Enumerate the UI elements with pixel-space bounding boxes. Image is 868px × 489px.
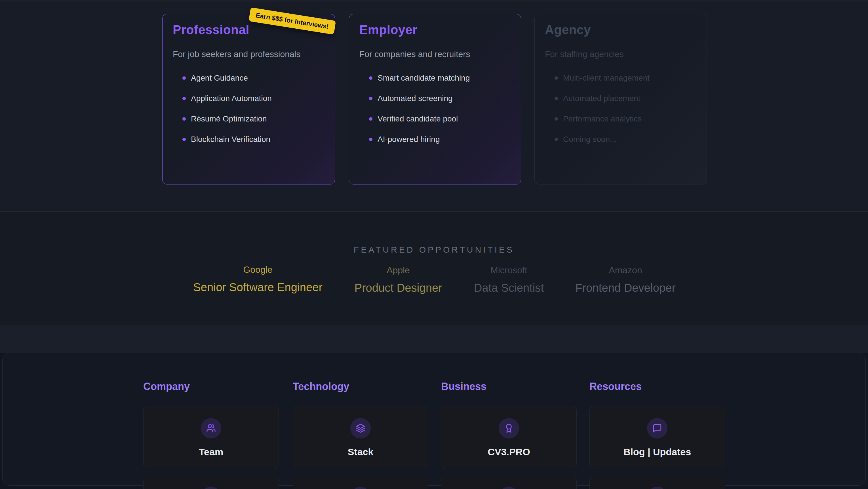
- footer-card-cv3pro[interactable]: CV3.PRO: [441, 406, 577, 468]
- plan-title: Employer: [360, 23, 510, 37]
- bullet-icon: [369, 76, 372, 80]
- feature-label: Agent Guidance: [191, 74, 248, 82]
- footer-column-title-business: Business: [441, 381, 487, 393]
- feature-item: Application Automation: [173, 94, 324, 103]
- message-square-icon: [647, 418, 668, 438]
- job-role: Product Designer: [354, 281, 442, 294]
- feature-item: Automated placement: [545, 94, 696, 103]
- job-company: Microsoft: [474, 265, 544, 276]
- feature-item: Résumé Optimization: [173, 114, 324, 124]
- job-company: Amazon: [575, 265, 676, 276]
- featured-job-google[interactable]: Google Senior Software Engineer: [193, 264, 322, 294]
- layers-icon: [350, 418, 371, 438]
- feature-label: Multi-client management: [563, 74, 650, 82]
- feature-label: Smart candidate matching: [377, 74, 470, 82]
- job-role: Senior Software Engineer: [193, 281, 322, 294]
- circle-icon-placeholder: [647, 487, 668, 489]
- circle-icon-placeholder: [499, 487, 519, 489]
- plan-subtitle: For companies and recruiters: [360, 49, 510, 59]
- feature-item: Coming soon...: [545, 135, 696, 144]
- feature-item: Multi-client management: [545, 73, 696, 83]
- award-icon: [499, 418, 519, 438]
- bullet-icon: [555, 76, 558, 80]
- feature-label: Application Automation: [191, 94, 272, 103]
- footer-card-label: Stack: [293, 447, 428, 458]
- plan-subtitle: For job seekers and professionals: [173, 49, 324, 59]
- bullet-icon: [369, 97, 372, 100]
- featured-content: FEATURED OPPORTUNITIES Google Senior Sof…: [0, 211, 868, 325]
- featured-opportunities-title: FEATURED OPPORTUNITIES: [0, 245, 868, 255]
- job-role: Frontend Developer: [575, 281, 676, 294]
- bullet-icon: [369, 138, 372, 141]
- bullet-icon: [555, 97, 558, 100]
- feature-label: Verified candidate pool: [377, 114, 458, 123]
- page: Professional For job seekers and profess…: [0, 0, 868, 489]
- footer-card-stack[interactable]: Stack: [293, 406, 428, 468]
- footer-panel: [2, 353, 866, 486]
- plan-card-agency: Agency For staffing agencies Multi-clien…: [534, 14, 707, 184]
- footer-card-partial[interactable]: [441, 477, 577, 489]
- plan-card-professional[interactable]: Professional For job seekers and profess…: [162, 14, 335, 184]
- footer-card-partial[interactable]: [293, 477, 428, 489]
- plan-title: Agency: [545, 23, 696, 37]
- footer-card-label: CV3.PRO: [441, 447, 577, 458]
- feature-item: Performance analytics: [545, 114, 696, 124]
- feature-label: Blockchain Verification: [191, 135, 270, 144]
- footer-card-blog[interactable]: Blog | Updates: [589, 406, 725, 468]
- bullet-icon: [182, 76, 186, 80]
- users-icon: [201, 418, 221, 438]
- plan-card-employer[interactable]: Employer For companies and recruiters Sm…: [349, 14, 521, 184]
- featured-job-microsoft[interactable]: Microsoft Data Scientist: [474, 265, 544, 294]
- feature-label: Performance analytics: [563, 114, 642, 123]
- bullet-icon: [555, 138, 558, 141]
- feature-label: Automated screening: [377, 94, 453, 103]
- bullet-icon: [182, 97, 186, 100]
- feature-label: AI-powered hiring: [377, 135, 440, 144]
- job-company: Google: [193, 264, 322, 275]
- feature-item: Verified candidate pool: [360, 114, 510, 124]
- bullet-icon: [369, 117, 372, 121]
- circle-icon-placeholder: [201, 487, 221, 489]
- feature-item: Blockchain Verification: [173, 135, 324, 144]
- footer-column-title-company: Company: [143, 381, 190, 393]
- feature-item: Agent Guidance: [173, 73, 324, 83]
- footer-card-label: Team: [144, 447, 279, 458]
- bullet-icon: [182, 138, 186, 141]
- section-band: [0, 325, 868, 353]
- plan-subtitle: For staffing agencies: [545, 49, 696, 59]
- plan-feature-list: Smart candidate matching Automated scree…: [360, 73, 510, 144]
- feature-item: Smart candidate matching: [360, 73, 510, 83]
- feature-item: AI-powered hiring: [360, 135, 510, 144]
- plan-feature-list: Agent Guidance Application Automation Ré…: [173, 73, 324, 144]
- feature-label: Automated placement: [563, 94, 640, 103]
- plan-feature-list: Multi-client management Automated placem…: [545, 73, 696, 144]
- footer-card-label: Blog | Updates: [590, 447, 725, 458]
- bullet-icon: [182, 117, 186, 121]
- job-company: Apple: [354, 265, 442, 276]
- footer-column-title-technology: Technology: [293, 381, 349, 393]
- feature-label: Résumé Optimization: [191, 114, 267, 123]
- job-role: Data Scientist: [474, 281, 544, 294]
- featured-job-apple[interactable]: Apple Product Designer: [354, 265, 442, 294]
- circle-icon-placeholder: [350, 487, 371, 489]
- feature-item: Automated screening: [360, 94, 510, 103]
- featured-job-amazon[interactable]: Amazon Frontend Developer: [575, 265, 676, 294]
- footer-card-partial[interactable]: [143, 477, 279, 489]
- footer-column-title-resources: Resources: [589, 381, 642, 393]
- footer-card-team[interactable]: Team: [143, 406, 279, 468]
- feature-label: Coming soon...: [563, 135, 616, 144]
- footer-card-partial[interactable]: [589, 477, 725, 489]
- bullet-icon: [555, 117, 558, 121]
